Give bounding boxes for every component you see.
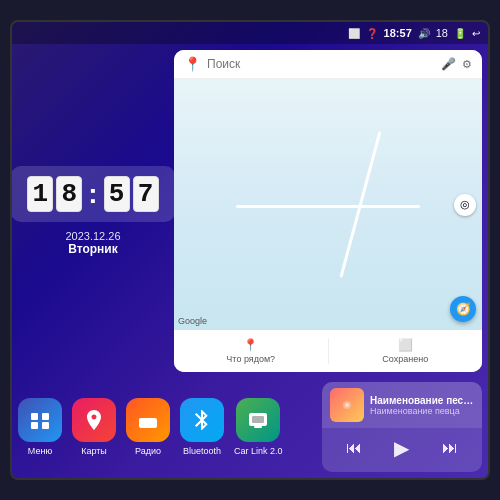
map-nearby-button[interactable]: 📍 Что рядом? bbox=[174, 334, 328, 368]
music-top: Наименование песни Наименование певца bbox=[322, 382, 482, 428]
apps-grid: Меню Карты bbox=[18, 382, 316, 472]
saved-label: Сохранено bbox=[382, 354, 428, 364]
menu-icon bbox=[18, 398, 62, 442]
clock-colon: : bbox=[88, 180, 97, 208]
google-logo: Google bbox=[178, 316, 207, 326]
music-artist: Наименование певца bbox=[370, 406, 474, 416]
nearby-label: Что рядом? bbox=[226, 354, 275, 364]
clock-minute-tens: 5 bbox=[104, 176, 130, 212]
back-icon[interactable]: ↩ bbox=[472, 28, 480, 39]
map-mic-icon[interactable]: 🎤 bbox=[441, 57, 456, 71]
map-search-bar: 📍 🎤 ⚙ bbox=[174, 50, 482, 79]
app-item-maps[interactable]: Карты bbox=[72, 398, 116, 456]
clock-widget: 1 8 : 5 7 bbox=[11, 166, 174, 222]
battery-level: 18 bbox=[436, 27, 448, 39]
music-widget: Наименование песни Наименование певца ⏮ … bbox=[322, 382, 482, 472]
carlink-icon bbox=[236, 398, 280, 442]
map-pin-icon: 📍 bbox=[184, 56, 201, 72]
map-saved-button[interactable]: ⬜ Сохранено bbox=[329, 334, 483, 368]
music-album-art bbox=[330, 388, 364, 422]
music-info: Наименование песни Наименование певца bbox=[370, 395, 474, 416]
music-title: Наименование песни bbox=[370, 395, 474, 406]
clock-minute-ones: 7 bbox=[133, 176, 159, 212]
map-navigate-button[interactable]: 🧭 bbox=[450, 296, 476, 322]
status-bar: ⬜ ❓ 18:57 🔊 18 🔋 ↩ bbox=[12, 22, 488, 44]
volume-icon: 🔊 bbox=[418, 28, 430, 39]
maps-app-label: Карты bbox=[81, 446, 107, 456]
clock-hour-ones: 8 bbox=[56, 176, 82, 212]
bottom-panel: Меню Карты bbox=[12, 378, 488, 478]
svg-point-11 bbox=[345, 403, 349, 407]
carlink-app-label: Car Link 2.0 bbox=[234, 446, 283, 456]
radio-icon bbox=[126, 398, 170, 442]
map-road-2 bbox=[236, 205, 421, 208]
saved-icon: ⬜ bbox=[398, 338, 413, 352]
map-search-input[interactable] bbox=[207, 57, 435, 71]
date-info: 2023.12.26 Вторник bbox=[65, 230, 120, 256]
left-panel: 1 8 : 5 7 2023.12.26 Вторник bbox=[18, 50, 168, 372]
day-text: Вторник bbox=[65, 242, 120, 256]
app-item-carlink[interactable]: Car Link 2.0 bbox=[234, 398, 283, 456]
main-content: 1 8 : 5 7 2023.12.26 Вторник 📍 bbox=[12, 44, 488, 378]
map-location-button[interactable]: ◎ bbox=[454, 194, 476, 216]
app-item-radio[interactable]: Радио bbox=[126, 398, 170, 456]
nearby-icon: 📍 bbox=[243, 338, 258, 352]
svg-rect-9 bbox=[254, 426, 262, 428]
device-frame: ⬜ ❓ 18:57 🔊 18 🔋 ↩ 1 8 : 5 7 2023.12.26 bbox=[10, 20, 490, 480]
clock-hours: 1 8 bbox=[27, 176, 82, 212]
question-icon[interactable]: ❓ bbox=[366, 28, 378, 39]
next-button[interactable]: ⏭ bbox=[442, 439, 458, 457]
status-time: 18:57 bbox=[384, 27, 412, 39]
menu-app-label: Меню bbox=[28, 446, 52, 456]
map-widget: 📍 🎤 ⚙ Google ◎ 🧭 📍 Что bbox=[174, 50, 482, 372]
home-icon[interactable]: ⬜ bbox=[348, 28, 360, 39]
right-panel: 📍 🎤 ⚙ Google ◎ 🧭 📍 Что bbox=[174, 50, 482, 372]
app-item-menu[interactable]: Меню bbox=[18, 398, 62, 456]
app-item-bluetooth[interactable]: Bluetooth bbox=[180, 398, 224, 456]
map-settings-icon[interactable]: ⚙ bbox=[462, 58, 472, 71]
svg-rect-3 bbox=[42, 422, 49, 429]
svg-rect-2 bbox=[31, 422, 38, 429]
music-controls: ⏮ ▶ ⏭ bbox=[322, 428, 482, 468]
prev-button[interactable]: ⏮ bbox=[346, 439, 362, 457]
bluetooth-icon bbox=[180, 398, 224, 442]
svg-rect-1 bbox=[42, 413, 49, 420]
svg-rect-8 bbox=[252, 416, 264, 423]
radio-app-label: Радио bbox=[135, 446, 161, 456]
maps-icon bbox=[72, 398, 116, 442]
bluetooth-app-label: Bluetooth bbox=[183, 446, 221, 456]
clock-hour-tens: 1 bbox=[27, 176, 53, 212]
map-bottom-bar: 📍 Что рядом? ⬜ Сохранено bbox=[174, 330, 482, 372]
play-button[interactable]: ▶ bbox=[394, 436, 409, 460]
svg-point-5 bbox=[151, 421, 155, 425]
map-area[interactable]: Google ◎ 🧭 bbox=[174, 79, 482, 330]
clock-minutes: 5 7 bbox=[104, 176, 159, 212]
svg-rect-0 bbox=[31, 413, 38, 420]
date-text: 2023.12.26 bbox=[65, 230, 120, 242]
battery-icon: 🔋 bbox=[454, 28, 466, 39]
